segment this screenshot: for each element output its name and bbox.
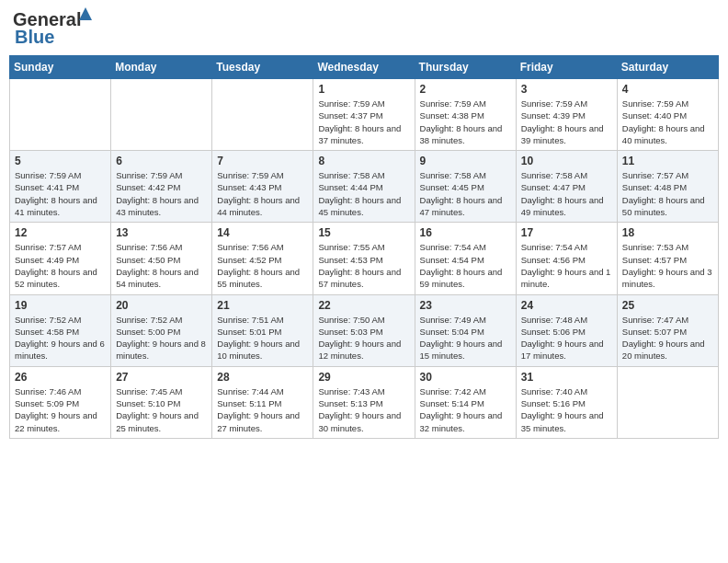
day-info: Sunrise: 7:46 AM Sunset: 5:09 PM Dayligh… xyxy=(15,385,106,434)
calendar-week-4: 19Sunrise: 7:52 AM Sunset: 4:58 PM Dayli… xyxy=(10,294,719,366)
day-number: 4 xyxy=(622,83,713,96)
calendar-cell: 17Sunrise: 7:54 AM Sunset: 4:56 PM Dayli… xyxy=(516,223,617,294)
calendar-cell: 10Sunrise: 7:58 AM Sunset: 4:47 PM Dayli… xyxy=(516,151,617,223)
day-number: 5 xyxy=(15,155,106,167)
day-header-monday: Monday xyxy=(111,56,212,79)
calendar-cell: 3Sunrise: 7:59 AM Sunset: 4:39 PM Daylig… xyxy=(516,79,617,151)
calendar-cell: 24Sunrise: 7:48 AM Sunset: 5:06 PM Dayli… xyxy=(516,294,617,366)
day-number: 12 xyxy=(15,226,106,239)
day-number: 22 xyxy=(318,299,409,312)
day-info: Sunrise: 7:54 AM Sunset: 4:56 PM Dayligh… xyxy=(521,241,612,290)
day-number: 28 xyxy=(217,371,308,384)
day-number: 18 xyxy=(622,226,713,239)
calendar-cell: 26Sunrise: 7:46 AM Sunset: 5:09 PM Dayli… xyxy=(10,366,111,438)
day-info: Sunrise: 7:54 AM Sunset: 4:54 PM Dayligh… xyxy=(420,241,511,290)
day-info: Sunrise: 7:59 AM Sunset: 4:41 PM Dayligh… xyxy=(15,169,106,218)
day-info: Sunrise: 7:56 AM Sunset: 4:50 PM Dayligh… xyxy=(116,241,207,290)
calendar-cell: 5Sunrise: 7:59 AM Sunset: 4:41 PM Daylig… xyxy=(10,151,111,223)
calendar-cell: 4Sunrise: 7:59 AM Sunset: 4:40 PM Daylig… xyxy=(617,79,718,151)
day-number: 31 xyxy=(521,371,612,384)
logo: General Blue xyxy=(13,9,81,48)
day-header-saturday: Saturday xyxy=(617,56,718,79)
calendar-cell: 22Sunrise: 7:50 AM Sunset: 5:03 PM Dayli… xyxy=(313,294,415,366)
day-number: 11 xyxy=(622,155,713,167)
day-number: 10 xyxy=(521,155,612,167)
day-info: Sunrise: 7:52 AM Sunset: 4:58 PM Dayligh… xyxy=(15,314,106,362)
day-number: 14 xyxy=(217,226,308,239)
day-info: Sunrise: 7:58 AM Sunset: 4:47 PM Dayligh… xyxy=(521,169,612,218)
day-info: Sunrise: 7:42 AM Sunset: 5:14 PM Dayligh… xyxy=(420,385,511,434)
calendar-cell: 8Sunrise: 7:58 AM Sunset: 4:44 PM Daylig… xyxy=(313,151,415,223)
day-info: Sunrise: 7:44 AM Sunset: 5:11 PM Dayligh… xyxy=(217,385,308,434)
day-number: 17 xyxy=(521,226,612,239)
calendar-cell: 30Sunrise: 7:42 AM Sunset: 5:14 PM Dayli… xyxy=(415,366,516,438)
calendar-week-3: 12Sunrise: 7:57 AM Sunset: 4:49 PM Dayli… xyxy=(10,223,719,294)
calendar-cell: 1Sunrise: 7:59 AM Sunset: 4:37 PM Daylig… xyxy=(313,79,415,151)
calendar-cell: 14Sunrise: 7:56 AM Sunset: 4:52 PM Dayli… xyxy=(212,223,313,294)
calendar-cell: 16Sunrise: 7:54 AM Sunset: 4:54 PM Dayli… xyxy=(415,223,516,294)
day-number: 7 xyxy=(217,155,308,167)
day-number: 15 xyxy=(318,226,409,239)
day-info: Sunrise: 7:50 AM Sunset: 5:03 PM Dayligh… xyxy=(318,314,409,362)
calendar-cell: 9Sunrise: 7:58 AM Sunset: 4:45 PM Daylig… xyxy=(415,151,516,223)
day-info: Sunrise: 7:40 AM Sunset: 5:16 PM Dayligh… xyxy=(521,385,612,434)
calendar-cell xyxy=(212,79,313,151)
day-number: 21 xyxy=(217,299,308,312)
day-number: 26 xyxy=(15,371,106,384)
calendar-cell: 29Sunrise: 7:43 AM Sunset: 5:13 PM Dayli… xyxy=(313,366,415,438)
day-number: 3 xyxy=(521,83,612,96)
calendar-cell: 28Sunrise: 7:44 AM Sunset: 5:11 PM Dayli… xyxy=(212,366,313,438)
day-info: Sunrise: 7:51 AM Sunset: 5:01 PM Dayligh… xyxy=(217,314,308,362)
calendar-cell: 25Sunrise: 7:47 AM Sunset: 5:07 PM Dayli… xyxy=(617,294,718,366)
calendar-cell: 21Sunrise: 7:51 AM Sunset: 5:01 PM Dayli… xyxy=(212,294,313,366)
logo-triangle-icon xyxy=(79,7,92,20)
day-number: 16 xyxy=(420,226,511,239)
day-info: Sunrise: 7:59 AM Sunset: 4:38 PM Dayligh… xyxy=(420,98,511,146)
calendar-week-5: 26Sunrise: 7:46 AM Sunset: 5:09 PM Dayli… xyxy=(10,366,719,438)
calendar-week-2: 5Sunrise: 7:59 AM Sunset: 4:41 PM Daylig… xyxy=(10,151,719,223)
calendar-cell: 12Sunrise: 7:57 AM Sunset: 4:49 PM Dayli… xyxy=(10,223,111,294)
day-number: 9 xyxy=(420,155,511,167)
calendar-cell xyxy=(111,79,212,151)
calendar-cell: 11Sunrise: 7:57 AM Sunset: 4:48 PM Dayli… xyxy=(617,151,718,223)
day-number: 24 xyxy=(521,299,612,312)
day-header-thursday: Thursday xyxy=(415,56,516,79)
calendar-cell: 20Sunrise: 7:52 AM Sunset: 5:00 PM Dayli… xyxy=(111,294,212,366)
day-info: Sunrise: 7:59 AM Sunset: 4:40 PM Dayligh… xyxy=(622,98,713,146)
day-header-friday: Friday xyxy=(516,56,617,79)
calendar-cell: 13Sunrise: 7:56 AM Sunset: 4:50 PM Dayli… xyxy=(111,223,212,294)
day-number: 25 xyxy=(622,299,713,312)
day-info: Sunrise: 7:47 AM Sunset: 5:07 PM Dayligh… xyxy=(622,314,713,362)
day-info: Sunrise: 7:43 AM Sunset: 5:13 PM Dayligh… xyxy=(318,385,409,434)
day-info: Sunrise: 7:45 AM Sunset: 5:10 PM Dayligh… xyxy=(116,385,207,434)
calendar-cell xyxy=(10,79,111,151)
calendar-cell: 18Sunrise: 7:53 AM Sunset: 4:57 PM Dayli… xyxy=(617,223,718,294)
svg-marker-0 xyxy=(79,7,92,20)
day-number: 19 xyxy=(15,299,106,312)
calendar-cell: 31Sunrise: 7:40 AM Sunset: 5:16 PM Dayli… xyxy=(516,366,617,438)
day-info: Sunrise: 7:49 AM Sunset: 5:04 PM Dayligh… xyxy=(420,314,511,362)
day-header-sunday: Sunday xyxy=(10,56,111,79)
day-header-wednesday: Wednesday xyxy=(313,56,415,79)
day-number: 8 xyxy=(318,155,409,167)
calendar-cell: 27Sunrise: 7:45 AM Sunset: 5:10 PM Dayli… xyxy=(111,366,212,438)
day-info: Sunrise: 7:52 AM Sunset: 5:00 PM Dayligh… xyxy=(116,314,207,362)
calendar-cell: 19Sunrise: 7:52 AM Sunset: 4:58 PM Dayli… xyxy=(10,294,111,366)
day-info: Sunrise: 7:48 AM Sunset: 5:06 PM Dayligh… xyxy=(521,314,612,362)
day-info: Sunrise: 7:55 AM Sunset: 4:53 PM Dayligh… xyxy=(318,241,409,290)
day-info: Sunrise: 7:58 AM Sunset: 4:45 PM Dayligh… xyxy=(420,169,511,218)
calendar-cell: 15Sunrise: 7:55 AM Sunset: 4:53 PM Dayli… xyxy=(313,223,415,294)
calendar-week-1: 1Sunrise: 7:59 AM Sunset: 4:37 PM Daylig… xyxy=(10,79,719,151)
day-info: Sunrise: 7:59 AM Sunset: 4:37 PM Dayligh… xyxy=(318,98,409,146)
page-header: General Blue xyxy=(9,9,719,48)
day-info: Sunrise: 7:59 AM Sunset: 4:43 PM Dayligh… xyxy=(217,169,308,218)
day-number: 2 xyxy=(420,83,511,96)
calendar-table: SundayMondayTuesdayWednesdayThursdayFrid… xyxy=(9,55,719,439)
day-number: 13 xyxy=(116,226,207,239)
calendar-header-row: SundayMondayTuesdayWednesdayThursdayFrid… xyxy=(10,56,719,79)
day-number: 23 xyxy=(420,299,511,312)
day-number: 1 xyxy=(318,83,409,96)
day-header-tuesday: Tuesday xyxy=(212,56,313,79)
day-number: 29 xyxy=(318,371,409,384)
day-info: Sunrise: 7:53 AM Sunset: 4:57 PM Dayligh… xyxy=(622,241,713,290)
